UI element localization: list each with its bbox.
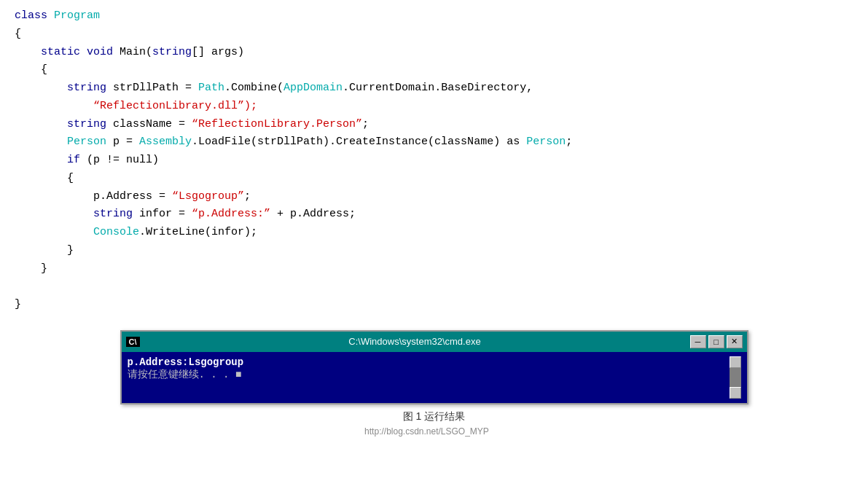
code-line: Console.WriteLine(infor);	[15, 224, 853, 242]
console-app-icon: C\	[126, 337, 140, 347]
scroll-up-arrow[interactable]: ▲	[730, 356, 741, 368]
code-line: if (p != null)	[15, 152, 853, 170]
console-container: C\ C:\Windows\system32\cmd.exe ─ □ ✕ p.A…	[0, 330, 868, 444]
code-line: class Program	[15, 7, 853, 26]
titlebar-left: C\	[126, 337, 140, 347]
maximize-button[interactable]: □	[708, 335, 724, 348]
console-output-line1: p.Address:Lsgogroup	[128, 356, 730, 368]
code-line: static void Main(string[] args)	[15, 44, 853, 62]
code-line: string className = “ReflectionLibrary.Pe…	[15, 116, 853, 134]
watermark: http://blog.csdn.net/LSGO_MYP	[364, 426, 504, 437]
code-line: }	[15, 296, 853, 314]
close-button[interactable]: ✕	[727, 335, 743, 348]
code-line: }	[15, 242, 853, 260]
console-window-buttons: ─ □ ✕	[690, 335, 743, 348]
console-output: p.Address:Lsgogroup 请按任意键继续. . . ■	[128, 356, 730, 399]
code-line: string infor = “p.Address:” + p.Address;	[15, 206, 853, 224]
code-line: {	[15, 170, 853, 188]
code-line: “ReflectionLibrary.dll”);	[15, 98, 853, 116]
code-line: }	[15, 260, 853, 278]
console-output-line2: 请按任意键继续. . . ■	[128, 368, 730, 381]
console-scrollbar[interactable]: ▲ ▼	[730, 356, 741, 399]
scroll-down-arrow[interactable]: ▼	[730, 387, 741, 399]
minimize-button[interactable]: ─	[690, 335, 706, 348]
figure-caption: 图 1 运行结果	[403, 410, 466, 423]
console-title: C:\Windows\system32\cmd.exe	[140, 336, 690, 347]
console-body: p.Address:Lsgogroup 请按任意键继续. . . ■ ▲ ▼	[122, 352, 747, 403]
scroll-track[interactable]	[730, 368, 741, 387]
code-line	[15, 278, 853, 296]
code-line: {	[15, 61, 853, 79]
code-line: p.Address = “Lsgogroup”;	[15, 188, 853, 206]
console-titlebar: C\ C:\Windows\system32\cmd.exe ─ □ ✕	[122, 332, 747, 352]
code-line: string strDllPath = Path.Combine(AppDoma…	[15, 79, 853, 98]
console-window: C\ C:\Windows\system32\cmd.exe ─ □ ✕ p.A…	[120, 330, 748, 404]
code-area: class Program{ static void Main(string[]…	[0, 0, 868, 321]
code-line: Person p = Assembly.LoadFile(strDllPath)…	[15, 133, 853, 152]
code-line: {	[15, 26, 853, 44]
